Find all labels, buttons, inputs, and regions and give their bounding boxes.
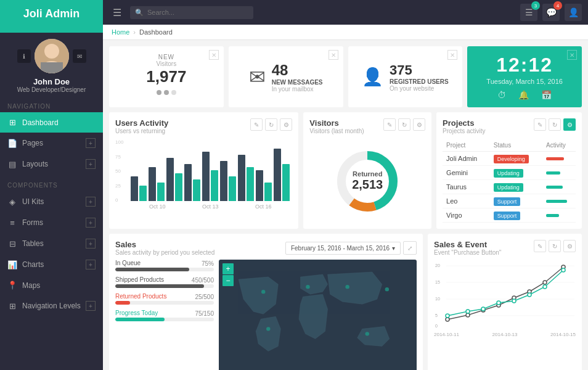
sales-expand-button[interactable]: ⤢ xyxy=(403,241,417,255)
sidebar-header: Joli Admin xyxy=(0,0,103,33)
menu-toggle-button[interactable]: ☰ xyxy=(109,4,125,21)
svg-text:0: 0 xyxy=(435,324,438,328)
sidebar-item-nav-levels[interactable]: ⊞ Navigation Levels + xyxy=(0,295,103,316)
stat-bar-fill xyxy=(115,268,189,271)
stat-value: 75% xyxy=(202,260,214,267)
project-activity xyxy=(542,166,576,180)
sidebar-item-label: Forms xyxy=(22,218,43,227)
breadcrumb-home[interactable]: Home xyxy=(112,28,129,36)
stat-name: Shipped Products xyxy=(115,276,164,283)
stat-value: 75/150 xyxy=(195,310,214,317)
project-activity xyxy=(542,194,576,208)
project-name: Gemini xyxy=(443,166,490,180)
sales-subtitle: Sales activity by period you selected xyxy=(115,249,214,256)
search-input[interactable] xyxy=(147,9,227,16)
avatar-message-button[interactable]: ✉ xyxy=(73,49,86,63)
uikits-expand-button[interactable]: + xyxy=(86,197,96,207)
topbar: ☰ 🔍 ☰ 3 💬 4 👤 xyxy=(103,0,588,25)
navlevels-icon: ⊞ xyxy=(7,302,17,311)
notifications-badge: 3 xyxy=(531,1,540,10)
edit-button[interactable]: ✎ xyxy=(250,118,263,131)
sales-event-header: Sales & Event Event "Purchase Button" ✎ … xyxy=(434,240,576,256)
clock-card-close[interactable]: ✕ xyxy=(567,50,577,60)
users-activity-subtitle: Users vs returning xyxy=(115,128,168,134)
x-label-oct16: Oct 16 xyxy=(255,204,272,210)
se-edit-button[interactable]: ✎ xyxy=(534,240,546,252)
sidebar-item-ui-kits[interactable]: ◈ UI Kits + xyxy=(0,191,103,212)
clock-calendar-button[interactable]: 📅 xyxy=(541,90,552,100)
users-card-close[interactable]: ✕ xyxy=(447,50,457,60)
sidebar-item-forms[interactable]: ≡ Forms + xyxy=(0,212,103,233)
charts-row: Users Activity Users vs returning ✎ ↻ ⚙ … xyxy=(109,112,582,229)
project-status: Updating xyxy=(490,166,542,180)
svg-text:5: 5 xyxy=(435,313,438,318)
svg-point-8 xyxy=(306,285,309,289)
svg-text:15: 15 xyxy=(435,280,440,284)
svg-point-30 xyxy=(446,314,449,318)
avatar-area: ℹ ✉ xyxy=(17,39,86,73)
clock-action-icons: ⏱ 🔔 📅 xyxy=(497,90,552,100)
donut-chart-container: Returned 2,513 xyxy=(309,139,425,223)
projects-refresh-button[interactable]: ↻ xyxy=(549,118,561,131)
sidebar-item-dashboard[interactable]: ⊞ Dashboard xyxy=(0,112,103,133)
se-settings-button[interactable]: ⚙ xyxy=(563,240,576,252)
sales-panel: Sales Sales activity by period you selec… xyxy=(109,234,423,370)
reg-users-label: REGISTRED USERS xyxy=(390,78,449,85)
date-range-button[interactable]: February 15, 2016 - March 15, 2016 ▾ xyxy=(285,242,401,255)
sidebar-item-pages[interactable]: 📄 Pages + xyxy=(0,133,103,154)
x-label-2: 2014-10-13 xyxy=(492,332,518,337)
tables-expand-button[interactable]: + xyxy=(86,239,96,249)
sidebar-item-maps[interactable]: 📍 Maps xyxy=(0,275,103,295)
sidebar-item-tables[interactable]: ⊟ Tables + xyxy=(0,233,103,254)
visitors-settings-button[interactable]: ⚙ xyxy=(413,118,425,131)
messages-button[interactable]: 💬 4 xyxy=(542,4,560,21)
stat-cards-row: ✕ NEW Visitors 1,977 ✕ ✉ 48 NEW MESSAGES xyxy=(109,46,582,107)
sidebar-item-charts[interactable]: 📊 Charts + xyxy=(0,254,103,275)
users-activity-header: Users Activity Users vs returning ✎ ↻ ⚙ xyxy=(115,118,292,134)
sidebar-item-label: Layouts xyxy=(22,160,48,168)
visitors-card-value: 1,977 xyxy=(118,67,215,86)
sidebar-item-layouts[interactable]: ▤ Layouts + xyxy=(0,154,103,175)
settings-button[interactable]: ⚙ xyxy=(280,118,292,131)
projects-settings-button[interactable]: ⚙ xyxy=(563,118,576,131)
visitors-refresh-button[interactable]: ↻ xyxy=(398,118,410,131)
sales-event-subtitle: Event "Purchase Button" xyxy=(434,249,501,256)
notifications-button[interactable]: ☰ 3 xyxy=(520,4,537,21)
sidebar-item-label: Charts xyxy=(22,260,44,269)
project-name: Taurus xyxy=(443,180,490,194)
clock-timer-button[interactable]: ⏱ xyxy=(497,90,506,100)
line-chart: 20 15 10 5 0 xyxy=(434,261,576,329)
messages-card-close[interactable]: ✕ xyxy=(329,50,338,60)
breadcrumb: Home › Dashboard xyxy=(103,25,588,40)
table-row: Joli Admin Developing xyxy=(443,152,576,166)
dot1 xyxy=(157,90,161,95)
projects-header: Projects Projects activity ✎ ↻ ⚙ xyxy=(443,118,576,134)
layouts-expand-button[interactable]: + xyxy=(86,159,96,169)
clock-bell-button[interactable]: 🔔 xyxy=(518,90,529,100)
svg-point-22 xyxy=(446,318,449,321)
clock-date: Tuesday, March 15, 2016 xyxy=(486,78,563,85)
avatar-info-button[interactable]: ℹ xyxy=(17,49,31,63)
table-row: Leo Support xyxy=(443,194,576,208)
user-menu-button[interactable]: 👤 xyxy=(565,4,582,21)
visitors-edit-button[interactable]: ✎ xyxy=(383,118,396,131)
forms-expand-button[interactable]: + xyxy=(86,218,96,228)
svg-point-1 xyxy=(44,44,59,59)
navlevels-expand-button[interactable]: + xyxy=(86,301,96,311)
pages-expand-button[interactable]: + xyxy=(86,138,96,148)
sales-title: Sales xyxy=(115,240,214,249)
svg-text:10: 10 xyxy=(435,297,440,301)
refresh-button[interactable]: ↻ xyxy=(265,118,277,131)
reg-users-sublabel: On your website xyxy=(390,85,449,92)
se-refresh-button[interactable]: ↻ xyxy=(549,240,561,252)
charts-expand-button[interactable]: + xyxy=(86,260,96,269)
visitors-card-close[interactable]: ✕ xyxy=(209,50,219,60)
projects-edit-button[interactable]: ✎ xyxy=(534,118,546,131)
stat-bar-fill xyxy=(115,301,130,305)
sidebar-item-label: UI Kits xyxy=(22,197,44,206)
sidebar-item-label: Maps xyxy=(22,281,40,290)
sales-stat-item: Shipped Products 450/500 xyxy=(115,276,214,288)
svg-point-31 xyxy=(466,310,470,313)
dashboard-icon: ⊞ xyxy=(7,118,17,127)
y-label-75: 75 xyxy=(115,154,123,160)
